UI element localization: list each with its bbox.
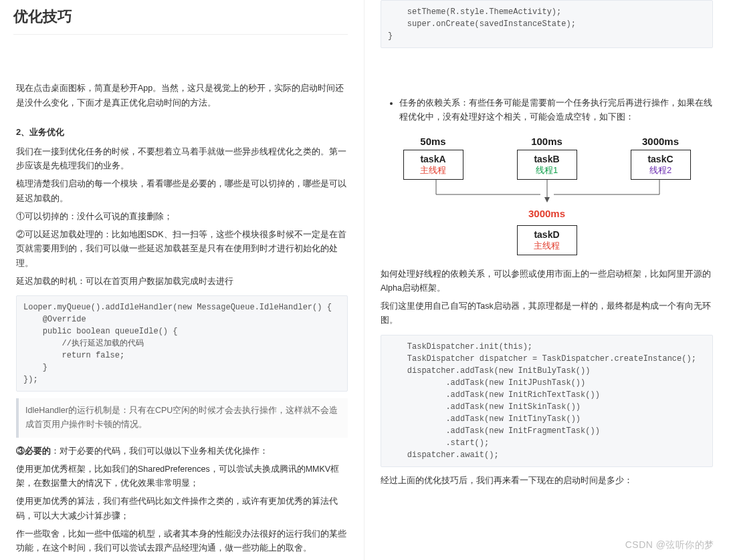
section-2-title: 2、业务优化 [16, 125, 348, 140]
task-a-time: 50ms [403, 133, 463, 150]
watermark: CSDN @弦听你的梦 [625, 537, 714, 553]
dependency-point: 任务的依赖关系：有些任务可能是需要前一个任务执行完后再进行操作，如果在线程优化中… [399, 96, 713, 125]
dependency-list: 任务的依赖关系：有些任务可能是需要前一个任务执行完后再进行操作，如果在线程优化中… [381, 96, 713, 125]
task-c-box: taskC 线程2 [631, 150, 691, 180]
svg-marker-3 [544, 197, 550, 202]
section-2-required: ③必要的：对于必要的代码，我们可以做以下业务相关优化操作： [16, 444, 348, 458]
section-2-p2: 梳理清楚我们启动的每一个模块，看看哪些是必要的，哪些是可以切掉的，哪些是可以延迟… [16, 177, 348, 206]
task-b-name: taskB [519, 153, 575, 165]
section-2-item2: ②可以延迟加载处理的：比如地图SDK、扫一扫等，这些个模块很多时候不一定是在首页… [16, 228, 348, 271]
opt-framework: 使用更加优秀框架，比如我们的SharedPreferences，可以尝试夫换成腾… [16, 462, 348, 491]
task-a-name: taskA [405, 153, 461, 165]
opt-algorithm: 使用更加优秀的算法，我们有些代码比如文件操作之类的，或许有更加优秀的算法代码，可… [16, 495, 348, 523]
solution-paragraph-2: 我们这里使用自己自写的Task启动器，其原理都是一样的，最终都是构成一个有向无环… [381, 299, 713, 328]
task-c-thread: 线程2 [633, 165, 689, 176]
task-c-time: 3000ms [631, 133, 691, 150]
task-d-time: 3000ms [528, 205, 565, 223]
note-idlehandler: IdleHandler的运行机制是：只有在CPU空闲的时候才会去执行操作，这样就… [16, 398, 348, 438]
arrow-row [407, 180, 688, 201]
task-d-name: taskD [519, 229, 575, 241]
task-a-box: taskA 主线程 [403, 150, 463, 180]
page-title: 优化技巧 [13, 4, 348, 35]
code-idlehandler: Looper.myQueue().addIdleHandler(new Mess… [16, 295, 348, 392]
task-b-time: 100ms [517, 133, 577, 150]
task-b-thread: 线程1 [519, 165, 575, 176]
required-label: ③必要的 [16, 446, 51, 456]
task-d-thread: 主线程 [519, 241, 575, 252]
task-c-name: taskC [633, 153, 689, 165]
task-diagram: 50ms 100ms 3000ms taskA 主线程 taskB 线程1 ta… [381, 133, 713, 255]
left-column: 优化技巧 现在点击桌面图标，简直是秒开App。当然，这只是视觉上的秒开，实际的启… [0, 0, 364, 560]
section-2-p1: 我们在一接到优化任务的时候，不要想着立马着手就做一些异步线程优化之类的。第一步应… [16, 145, 348, 174]
required-rest: ：对于必要的代码，我们可以做以下业务相关优化操作： [51, 446, 268, 456]
task-d-box: taskD 主线程 [517, 225, 577, 255]
section-2-item1: ①可以切掉的：没什么可说的直接删除； [16, 210, 348, 224]
right-column: setTheme(R.style.ThemeActivity); super.o… [364, 0, 729, 560]
section-2-item3: 延迟加载的时机：可以在首页用户数据加载完成时去进行 [16, 275, 348, 289]
task-b-box: taskB 线程1 [517, 150, 577, 180]
code-dispatcher: TaskDispatcher.init(this); TaskDispatche… [381, 335, 713, 467]
code-oncreate: setTheme(R.style.ThemeActivity); super.o… [381, 0, 713, 48]
intro-text: 现在点击桌面图标，简直是秒开App。当然，这只是视觉上的秒开，实际的启动时间还是… [16, 82, 348, 110]
opt-tradeoff: 作一些取舍，比如一些中低端的机型，或者其本身的性能没办法很好的运行我们的某些功能… [16, 527, 348, 556]
task-a-thread: 主线程 [405, 165, 461, 176]
solution-paragraph-1: 如何处理好线程的依赖关系，可以参照或使用市面上的一些启动框架，比如阿里开源的Al… [381, 267, 713, 296]
conclusion-paragraph: 经过上面的优化技巧后，我们再来看一下现在的启动时间是多少： [381, 474, 713, 488]
